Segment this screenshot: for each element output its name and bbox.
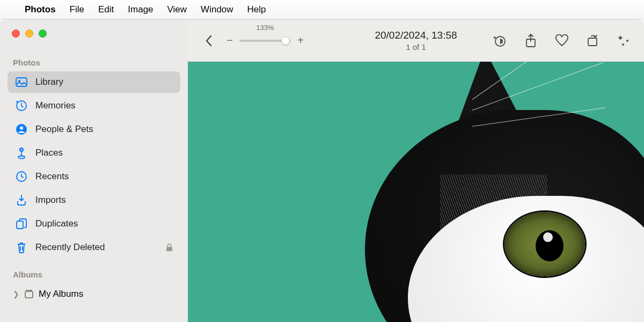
svg-rect-10 bbox=[166, 247, 172, 251]
svg-point-6 bbox=[21, 149, 23, 151]
recents-icon bbox=[15, 170, 28, 183]
minimize-window-button[interactable] bbox=[25, 30, 33, 38]
adjust-button[interactable] bbox=[616, 33, 632, 49]
back-button[interactable] bbox=[200, 32, 218, 50]
places-icon bbox=[15, 147, 28, 159]
svg-rect-11 bbox=[25, 291, 33, 298]
photo-count: 1 of 1 bbox=[375, 42, 457, 52]
album-icon bbox=[23, 288, 35, 301]
sidebar-item-duplicates[interactable]: Duplicates bbox=[8, 213, 180, 235]
chevron-right-icon[interactable]: ❯ bbox=[13, 290, 19, 298]
zoom-percent-label: 133% bbox=[256, 24, 274, 32]
sidebar-item-label: My Albums bbox=[39, 289, 83, 299]
zoom-out-button[interactable]: − bbox=[225, 34, 234, 47]
sidebar-item-library[interactable]: Library bbox=[8, 71, 180, 93]
close-window-button[interactable] bbox=[12, 30, 20, 38]
photo-date: 20/02/2024, 13:58 bbox=[375, 30, 457, 41]
sidebar-item-label: Recents bbox=[35, 171, 69, 182]
sidebar-item-imports[interactable]: Imports bbox=[8, 189, 180, 211]
sidebar-item-label: People & Pets bbox=[35, 124, 93, 135]
sidebar-item-people-pets[interactable]: People & Pets bbox=[8, 119, 180, 140]
library-icon bbox=[15, 76, 28, 89]
section-photos-label: Photos bbox=[0, 55, 188, 70]
content-area: 133% − + 20/02/2024, 13:58 1 of 1 bbox=[188, 20, 644, 322]
sidebar-item-label: Duplicates bbox=[35, 218, 78, 229]
app-window: Photos Library Memories People & Pets Pl… bbox=[0, 19, 644, 322]
lock-icon bbox=[166, 243, 173, 252]
zoom-control: 133% − + bbox=[225, 34, 305, 47]
menu-app[interactable]: Photos bbox=[25, 4, 56, 15]
svg-point-7 bbox=[18, 156, 25, 159]
duplicates-icon bbox=[15, 217, 28, 230]
viewer-toolbar: 133% − + 20/02/2024, 13:58 1 of 1 bbox=[188, 20, 644, 62]
svg-rect-14 bbox=[588, 38, 597, 46]
sidebar-item-label: Recently Deleted bbox=[35, 242, 105, 253]
section-albums-label: Albums bbox=[0, 267, 188, 282]
sidebar-item-label: Imports bbox=[35, 195, 66, 206]
menu-window[interactable]: Window bbox=[201, 4, 233, 15]
photo-viewer[interactable] bbox=[188, 62, 644, 322]
photo-title-block: 20/02/2024, 13:58 1 of 1 bbox=[375, 30, 457, 52]
sidebar-item-places[interactable]: Places bbox=[8, 142, 180, 164]
sidebar-item-memories[interactable]: Memories bbox=[8, 95, 180, 116]
menu-image[interactable]: Image bbox=[128, 4, 153, 15]
sidebar-item-my-albums[interactable]: ❯ My Albums bbox=[5, 283, 182, 305]
menu-edit[interactable]: Edit bbox=[98, 4, 114, 15]
sidebar-item-recently-deleted[interactable]: Recently Deleted bbox=[8, 237, 180, 258]
toolbar-actions bbox=[492, 33, 632, 49]
svg-point-4 bbox=[20, 126, 23, 129]
favorite-button[interactable] bbox=[554, 33, 570, 49]
share-button[interactable] bbox=[523, 33, 539, 49]
menu-file[interactable]: File bbox=[70, 4, 84, 15]
zoom-slider-thumb[interactable] bbox=[281, 36, 290, 45]
system-menubar: Photos File Edit Image View Window Help bbox=[0, 0, 644, 19]
menu-help[interactable]: Help bbox=[247, 4, 266, 15]
menu-view[interactable]: View bbox=[167, 4, 187, 15]
window-controls bbox=[0, 30, 188, 38]
deleted-icon bbox=[15, 241, 28, 254]
sidebar-item-label: Memories bbox=[35, 100, 76, 111]
memories-icon bbox=[15, 99, 28, 112]
zoom-slider[interactable] bbox=[239, 40, 291, 42]
imports-icon bbox=[15, 194, 28, 207]
svg-rect-9 bbox=[17, 221, 23, 229]
sidebar-item-label: Library bbox=[35, 77, 63, 87]
rotate-button[interactable] bbox=[585, 33, 601, 49]
zoom-in-button[interactable]: + bbox=[296, 34, 305, 47]
fullscreen-window-button[interactable] bbox=[39, 30, 47, 38]
people-icon bbox=[15, 123, 28, 136]
auto-enhance-button[interactable] bbox=[492, 33, 508, 49]
sidebar: Photos Library Memories People & Pets Pl… bbox=[0, 20, 188, 322]
sidebar-item-recents[interactable]: Recents bbox=[8, 166, 180, 187]
svg-rect-0 bbox=[16, 78, 27, 86]
sidebar-item-label: Places bbox=[35, 148, 63, 158]
cat-photo bbox=[333, 62, 644, 322]
